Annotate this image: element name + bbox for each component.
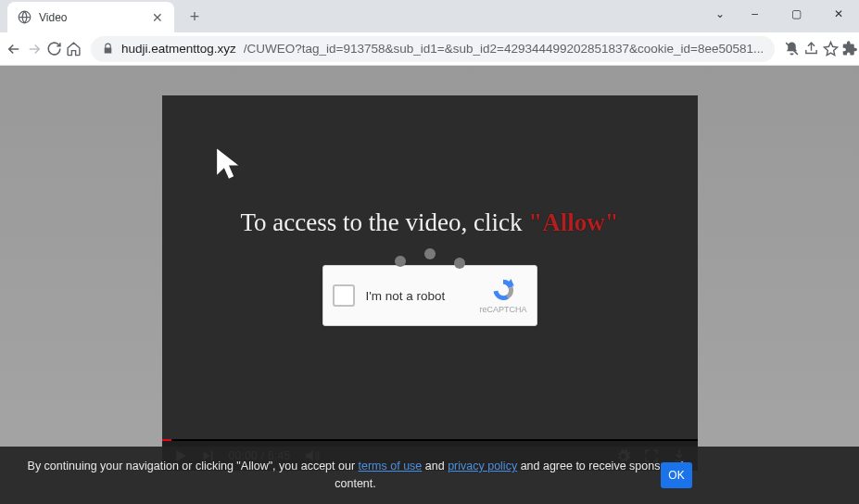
close-window-button[interactable]: ✕ (817, 0, 859, 28)
browser-toolbar: hudji.eatmenttog.xyz/CUWEO?tag_id=913758… (0, 32, 859, 66)
recaptcha-brand-text: reCAPTCHA (479, 305, 526, 314)
terms-link[interactable]: terms of use (359, 460, 423, 472)
recaptcha-brand: reCAPTCHA (479, 277, 526, 314)
tab-search-button[interactable]: ⌄ (706, 0, 734, 28)
consent-t1: By continuing your navigation or clickin… (28, 460, 359, 472)
video-player-container: To access to the video, click "Allow" I'… (162, 95, 698, 471)
access-prefix: To access to the video, click (240, 208, 528, 236)
back-button[interactable] (6, 36, 22, 62)
chrome-window: Video ✕ + ⌄ – ▢ ✕ hudji.eatmenttog.xyz/ (0, 0, 859, 504)
recaptcha-checkbox[interactable] (333, 284, 355, 307)
cursor-icon (214, 146, 244, 180)
extensions-button[interactable] (842, 36, 858, 62)
url-domain: hudji.eatmenttog.xyz (121, 42, 236, 56)
progress-bar[interactable] (162, 439, 171, 441)
page-viewport: To access to the video, click "Allow" I'… (0, 66, 859, 504)
notifications-muted-icon[interactable] (784, 36, 800, 62)
share-button[interactable] (803, 36, 819, 62)
consent-bar: By continuing your navigation or clickin… (0, 447, 859, 504)
loading-spinner (395, 248, 465, 259)
recaptcha-icon (489, 277, 517, 303)
reload-button[interactable] (46, 36, 62, 62)
bookmark-button[interactable] (823, 36, 839, 62)
minimize-button[interactable]: – (734, 0, 776, 28)
consent-text: By continuing your navigation or clickin… (19, 458, 692, 493)
url-path: /CUWEO?tag_id=913758&sub_id1=&sub_id2=42… (244, 42, 764, 56)
globe-icon (17, 10, 32, 25)
new-tab-button[interactable]: + (182, 4, 208, 30)
recaptcha-widget[interactable]: I'm not a robot reCAPTCHA (322, 265, 537, 326)
forward-button[interactable] (26, 36, 43, 62)
access-message: To access to the video, click "Allow" (240, 208, 618, 237)
tab-title: Video (39, 11, 143, 24)
browser-tab[interactable]: Video ✕ (7, 2, 174, 32)
window-controls: ⌄ – ▢ ✕ (706, 0, 859, 28)
home-button[interactable] (66, 36, 82, 62)
consent-and: and (422, 460, 448, 472)
allow-word: "Allow" (528, 208, 618, 236)
consent-ok-button[interactable]: OK (661, 462, 692, 488)
video-main: To access to the video, click "Allow" I'… (162, 95, 698, 439)
privacy-link[interactable]: privacy policy (448, 460, 517, 472)
recaptcha-label: I'm not a robot (366, 289, 480, 303)
tab-strip: Video ✕ + ⌄ – ▢ ✕ (0, 0, 859, 32)
lock-icon (102, 43, 114, 55)
maximize-button[interactable]: ▢ (776, 0, 817, 28)
address-bar[interactable]: hudji.eatmenttog.xyz/CUWEO?tag_id=913758… (91, 36, 775, 62)
tab-close-button[interactable]: ✕ (150, 10, 165, 25)
